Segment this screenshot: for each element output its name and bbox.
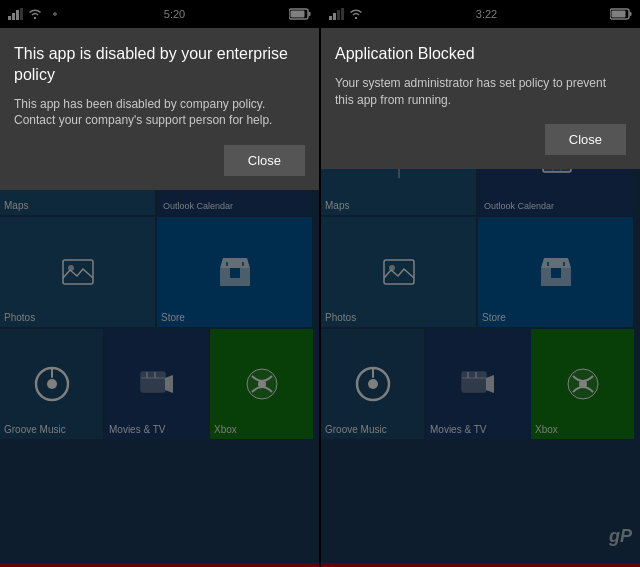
dialog-box-left: This app is disabled by your enterprise …: [0, 28, 319, 190]
left-phone-screen: 5:20 People: [0, 0, 319, 567]
dialog-title-left: This app is disabled by your enterprise …: [14, 44, 305, 86]
close-button-right[interactable]: Close: [545, 124, 626, 155]
dialog-body-left: This app has been disabled by company po…: [14, 96, 305, 130]
dialog-box-right: Application Blocked Your system administ…: [321, 28, 640, 169]
right-phone-screen: 3:22 People: [321, 0, 640, 567]
dialog-body-right: Your system administrator has set policy…: [335, 75, 626, 109]
dialog-overlay-right: Application Blocked Your system administ…: [321, 0, 640, 567]
dialog-button-row-right: Close: [335, 124, 626, 155]
close-button-left[interactable]: Close: [224, 145, 305, 176]
dialog-title-right: Application Blocked: [335, 44, 626, 65]
dialog-button-row-left: Close: [14, 145, 305, 176]
dialog-overlay-left: This app is disabled by your enterprise …: [0, 0, 319, 567]
